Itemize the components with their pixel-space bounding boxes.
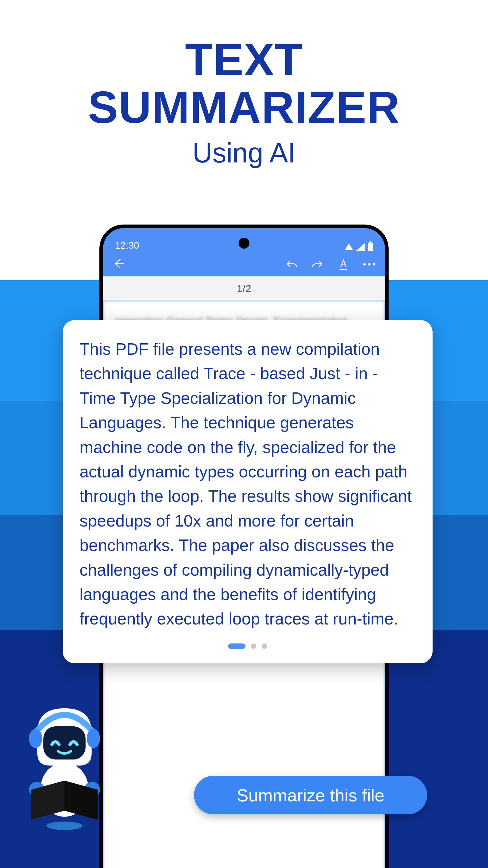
hero-subtitle: Using AI — [0, 137, 488, 169]
status-time: 12:30 — [115, 240, 139, 251]
svg-point-5 — [29, 729, 42, 748]
svg-point-0 — [46, 822, 83, 830]
page-indicator-text: 1/2 — [237, 283, 251, 294]
pager-dot-active[interactable] — [228, 644, 246, 649]
summarize-button-label: Summarize this file — [237, 785, 384, 805]
summary-text: This PDF file presents a new compilation… — [79, 337, 416, 631]
app-toolbar — [103, 252, 385, 276]
text-style-icon[interactable] — [337, 258, 350, 271]
hero-title: TEXT SUMMARIZER — [0, 36, 488, 131]
summary-pager — [79, 644, 416, 649]
undo-icon[interactable] — [285, 258, 298, 271]
battery-icon — [368, 243, 373, 251]
back-icon[interactable] — [112, 257, 125, 270]
pager-dot-3[interactable] — [262, 644, 267, 649]
signal-icon — [356, 243, 365, 251]
summary-card: This PDF file presents a new compilation… — [63, 320, 432, 663]
hero-title-line2: SUMMARIZER — [88, 82, 400, 133]
page-indicator: 1/2 — [103, 276, 385, 301]
more-icon[interactable] — [363, 258, 376, 271]
front-camera — [238, 238, 250, 249]
redo-icon[interactable] — [311, 258, 324, 271]
svg-point-6 — [87, 729, 100, 748]
wifi-icon — [345, 244, 353, 250]
hero: TEXT SUMMARIZER Using AI — [0, 0, 488, 169]
summarize-button[interactable]: Summarize this file — [194, 776, 427, 814]
robot-mascot-icon — [19, 699, 110, 832]
status-system-icons — [345, 243, 373, 251]
hero-title-line1: TEXT — [185, 34, 303, 85]
pager-dot-2[interactable] — [251, 644, 256, 649]
